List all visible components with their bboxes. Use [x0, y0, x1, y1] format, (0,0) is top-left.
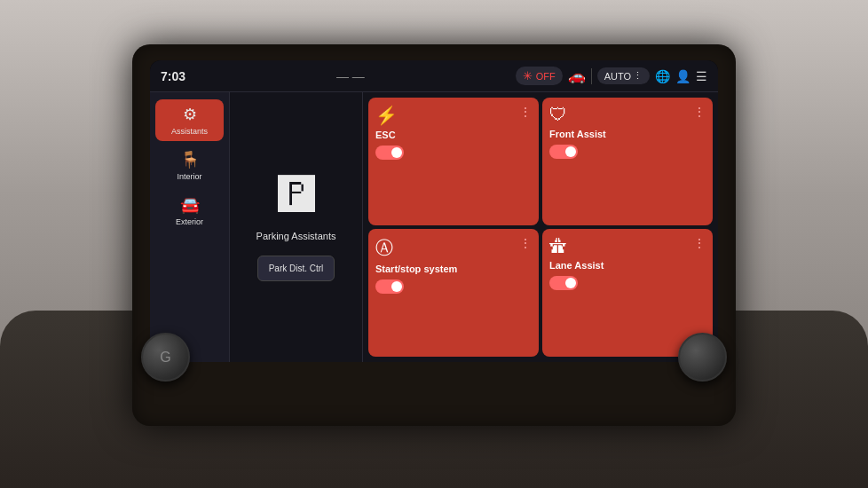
fan-button[interactable]: ✳ OFF	[516, 67, 563, 85]
esc-toggle[interactable]	[375, 146, 404, 160]
interior-icon: 🪑	[180, 150, 200, 169]
exterior-icon: 🚘	[180, 195, 200, 215]
right-knob-inner	[680, 335, 725, 380]
parking-label: Parking Assistants	[256, 231, 336, 241]
lane-assist-title: Lane Assist	[549, 260, 706, 271]
feature-card-start-stop[interactable]: Ⓐ ⋮ Start/stop system	[368, 229, 539, 357]
parking-car-icon: 🅿	[278, 174, 315, 216]
fan-label: OFF	[536, 71, 556, 82]
card-header-esc: ⚡ ⋮	[375, 105, 532, 126]
sidebar-label-exterior: Exterior	[176, 217, 203, 226]
left-knob[interactable]: G	[141, 333, 190, 382]
sidebar-label-assistants: Assistants	[171, 127, 208, 136]
feature-card-front-assist[interactable]: 🛡 ⋮ Front Assist	[542, 98, 713, 225]
auto-dots: ⋮	[633, 70, 643, 82]
front-assist-toggle[interactable]	[549, 145, 578, 159]
card-header-lane-assist: 🛣 ⋮	[549, 236, 706, 256]
status-icons: ✳ OFF 🚗 AUTO ⋮ 🌐 👤 ☰	[516, 67, 707, 85]
sidebar: ⚙ Assistants 🪑 Interior 🚘 Exterior	[150, 92, 230, 362]
feature-cards-grid: ⚡ ⋮ ESC 🛡 ⋮ Front Assist	[363, 92, 718, 362]
esc-more-icon[interactable]: ⋮	[519, 105, 532, 119]
screen-bezel: 7:03 — — ✳ OFF 🚗 AUTO ⋮ 🌐 👤 ☰	[150, 60, 718, 362]
lane-assist-toggle[interactable]	[549, 276, 578, 290]
sidebar-item-exterior[interactable]: 🚘 Exterior	[155, 190, 224, 232]
front-assist-icon: 🛡	[549, 105, 567, 125]
start-stop-toggle[interactable]	[375, 279, 404, 294]
center-panel: 🅿 Parking Assistants Park Dist. Ctrl	[230, 92, 363, 362]
left-knob-inner: G	[143, 335, 188, 380]
card-header-front-assist: 🛡 ⋮	[549, 105, 706, 125]
feature-card-esc[interactable]: ⚡ ⋮ ESC	[368, 98, 539, 225]
dash-display: — —	[193, 69, 509, 83]
menu-icon[interactable]: ☰	[696, 69, 707, 83]
auto-button[interactable]: AUTO ⋮	[597, 67, 650, 84]
sidebar-item-assistants[interactable]: ⚙ Assistants	[155, 99, 224, 141]
status-bar: 7:03 — — ✳ OFF 🚗 AUTO ⋮ 🌐 👤 ☰	[150, 60, 718, 92]
assistants-icon: ⚙	[183, 105, 197, 124]
main-content: ⚙ Assistants 🪑 Interior 🚘 Exterior 🅿	[150, 92, 718, 362]
park-dist-button[interactable]: Park Dist. Ctrl	[257, 256, 335, 281]
esc-title: ESC	[375, 130, 532, 140]
car-status-icon: 🚗	[568, 67, 586, 84]
infotainment-unit: 7:03 — — ✳ OFF 🚗 AUTO ⋮ 🌐 👤 ☰	[132, 44, 736, 426]
start-stop-title: Start/stop system	[375, 264, 532, 274]
profile-icon[interactable]: 👤	[675, 69, 690, 83]
start-stop-icon: Ⓐ	[375, 236, 393, 260]
lane-assist-more-icon[interactable]: ⋮	[693, 236, 706, 250]
clock: 7:03	[161, 69, 185, 83]
fan-icon: ✳	[523, 69, 533, 83]
right-knob[interactable]	[678, 333, 727, 382]
sidebar-item-interior[interactable]: 🪑 Interior	[155, 145, 224, 186]
lane-assist-icon: 🛣	[549, 236, 567, 256]
globe-icon[interactable]: 🌐	[655, 69, 670, 83]
divider	[591, 68, 592, 84]
front-assist-title: Front Assist	[549, 129, 706, 139]
auto-label: AUTO	[604, 71, 631, 82]
sidebar-label-interior: Interior	[177, 172, 201, 181]
esc-icon: ⚡	[375, 105, 398, 126]
start-stop-more-icon[interactable]: ⋮	[519, 236, 532, 250]
card-header-start-stop: Ⓐ ⋮	[375, 236, 532, 260]
front-assist-more-icon[interactable]: ⋮	[693, 105, 706, 119]
car-interior: 7:03 — — ✳ OFF 🚗 AUTO ⋮ 🌐 👤 ☰	[0, 0, 868, 488]
